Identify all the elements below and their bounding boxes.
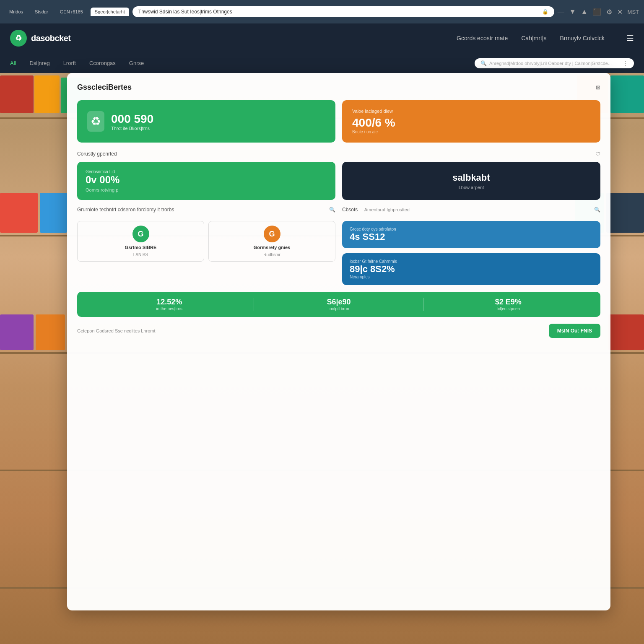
wifi-icon: ▲ bbox=[581, 8, 588, 16]
section3-sublabel: Amentaral Ighprostted bbox=[364, 207, 410, 212]
rs-value-2: 89|c 8S2% bbox=[350, 264, 593, 275]
logo-circle-1: G bbox=[132, 226, 149, 242]
browser-tab-3[interactable]: GEN r6165 bbox=[56, 8, 87, 16]
settings-icon[interactable]: ⚙ bbox=[606, 8, 612, 16]
address-icon: 🔒 bbox=[542, 9, 548, 15]
modal-close-button[interactable]: ⊠ bbox=[596, 84, 600, 91]
logo-items-section: G Gsrtmo SIBRE LANIBS G Gormsrety gnies … bbox=[77, 221, 335, 285]
mst-icon: MST bbox=[628, 9, 639, 15]
browser-address-bar[interactable]: Thwswid Sdsin las Sut Ieos|trims Otnnges… bbox=[132, 6, 554, 17]
section3-search-icon[interactable]: 🔍 bbox=[594, 207, 600, 213]
mid-value-2: salbkabt bbox=[452, 172, 490, 183]
logo-name-2: Gormsrety gnies bbox=[254, 245, 290, 250]
logo-item-2: G Gormsrety gnies Rudhsmr bbox=[208, 221, 335, 262]
search-options-icon[interactable]: ⋮ bbox=[623, 60, 628, 66]
secondary-navbar: All Dsi|nreg Lrorft Ccorongas Gnrse 🔍 An… bbox=[0, 53, 644, 73]
app-navbar: ♻ dasobcket Gcords ecostr mate Cah|mrt|s… bbox=[0, 23, 644, 53]
bs-label-1: in the bes|trns bbox=[90, 306, 249, 311]
logo-symbol: ♻ bbox=[15, 34, 22, 43]
mid-label-2: Lbow arpent bbox=[452, 185, 490, 190]
stat-sublabel: Bnole / on ale bbox=[352, 130, 395, 134]
rs-label-2: locbsr Gt faltne Cahrnmls bbox=[350, 259, 593, 264]
stat-cards-row: ♻ 000 590 Thrct ite Bkors|trns Valoe lac… bbox=[77, 100, 600, 143]
shelf-item bbox=[40, 193, 67, 233]
window-icon[interactable]: ▼ bbox=[569, 8, 576, 16]
tab-label: Sgeor|chetarht bbox=[95, 9, 125, 14]
nav-item-label: Ccorongas bbox=[89, 60, 116, 66]
browser-tab-1[interactable]: Mridos bbox=[5, 8, 27, 16]
nav-item-label: Dsi|nreg bbox=[29, 60, 49, 66]
logo-item-1: G Gsrtmo SIBRE LANIBS bbox=[77, 221, 204, 262]
right-stat-card-2: locbsr Gt faltne Cahrnmls 89|c 8S2% Ncra… bbox=[342, 253, 600, 285]
section-labels-row: Grurnlote techntrt cdseron forclomy it t… bbox=[77, 207, 600, 218]
mid-label: Oomrs rotving p bbox=[86, 187, 327, 192]
section3-label: Cbsots Amentaral Ighprostted 🔍 bbox=[342, 207, 600, 213]
section1-icon: 🛡 bbox=[595, 151, 600, 157]
bottom-stat-1: 12.52% in the bes|trns bbox=[85, 298, 254, 311]
search-icon: 🔍 bbox=[480, 60, 487, 66]
section1-label: Corustly gpenrted 🛡 bbox=[77, 151, 600, 157]
card-icon-symbol: ♻ bbox=[91, 115, 101, 128]
browser-controls: — ▼ ▲ ⬛ ⚙ ✕ MST bbox=[558, 8, 639, 16]
app-name: dasobcket bbox=[31, 34, 70, 43]
tab-label: Stsdgr bbox=[35, 9, 48, 14]
stat-value: 000 590 bbox=[111, 112, 153, 126]
mid-cards-row: Gerlosnrtica Lid 0v 00% Oomrs rotving p … bbox=[77, 162, 600, 200]
action-button[interactable]: MsIN Ou: FNIS bbox=[549, 324, 600, 338]
section2-search-icon[interactable]: 🔍 bbox=[329, 207, 335, 213]
nav-link-1[interactable]: Gcords ecostr mate bbox=[457, 35, 508, 42]
close-icon[interactable]: ✕ bbox=[617, 8, 623, 16]
nav-item-label: All bbox=[10, 60, 16, 66]
app-logo: ♻ dasobcket bbox=[10, 30, 70, 47]
tab-label: GEN r6165 bbox=[60, 9, 83, 14]
logo-sub-2: Rudhsmr bbox=[263, 252, 280, 257]
nav-link-3[interactable]: Brmuylv Colvclck bbox=[560, 35, 605, 42]
search-text: Anregnsd|Mrdoo ohrvoly|Lril Oaboer dty |… bbox=[489, 61, 621, 66]
bs-value-3: $2 E9% bbox=[429, 298, 588, 306]
logo-icon: ♻ bbox=[10, 30, 27, 47]
mid-value: 0v 00% bbox=[86, 174, 327, 186]
bs-label-2: tnolptl bron bbox=[259, 306, 418, 311]
secondary-nav-1[interactable]: Dsi|nreg bbox=[29, 60, 49, 66]
browser-bar: Mridos Stsdgr GEN r6165 Sgeor|chetarht T… bbox=[0, 0, 644, 23]
shelf-item bbox=[608, 314, 644, 350]
stat-card-icon: ♻ bbox=[87, 111, 104, 132]
stat-value-2: 400/6 % bbox=[352, 116, 395, 130]
modal-title: GsscleciBertes bbox=[77, 83, 132, 92]
secondary-nav-3[interactable]: Ccorongas bbox=[89, 60, 116, 66]
nav-item-label: Lrorft bbox=[63, 60, 76, 66]
hamburger-menu[interactable]: ☰ bbox=[626, 33, 634, 43]
modal-footer: Gctepon Godsred Sse ncqiites Lnromt MsIN… bbox=[77, 324, 600, 338]
shelf-item bbox=[0, 193, 38, 233]
section1-text: Corustly gpenrted bbox=[77, 151, 117, 157]
secondary-nav-all[interactable]: All bbox=[10, 60, 16, 66]
secondary-nav-2[interactable]: Lrorft bbox=[63, 60, 76, 66]
bottom-stats-row: 12.52% in the bes|trns S6|e90 tnolptl br… bbox=[77, 292, 600, 317]
nav-links: Gcords ecostr mate Cah|mrt|s Brmuylv Col… bbox=[457, 33, 634, 43]
stat-card-data: 000 590 Thrct ite Bkors|trns bbox=[111, 112, 153, 131]
mid-card-navy: salbkabt Lbow arpent bbox=[342, 162, 600, 200]
nav-item-label: Gnrse bbox=[129, 60, 144, 66]
close-label: ⊠ bbox=[596, 84, 600, 91]
secondary-nav-4[interactable]: Gnrse bbox=[129, 60, 144, 66]
stat-label: Thrct ite Bkors|trns bbox=[111, 126, 153, 131]
shelf-item bbox=[36, 314, 65, 350]
secondary-search-bar[interactable]: 🔍 Anregnsd|Mrdoo ohrvoly|Lril Oaboer dty… bbox=[475, 58, 634, 68]
battery-icon: ⬛ bbox=[593, 8, 601, 16]
shelf-item bbox=[34, 75, 60, 113]
browser-tab-2[interactable]: Stsdgr bbox=[31, 8, 52, 16]
browser-tab-4[interactable]: Sgeor|chetarht bbox=[91, 8, 129, 16]
logo-grid: G Gsrtmo SIBRE LANIBS G Gormsrety gnies … bbox=[77, 221, 335, 262]
modal-panel: GsscleciBertes ⊠ ♻ 000 590 Thrct ite Bko… bbox=[67, 73, 610, 610]
bs-value-2: S6|e90 bbox=[259, 298, 418, 306]
section2-container: Grurnlote techntrt cdseron forclomy it t… bbox=[77, 207, 335, 218]
bottom-stat-2: S6|e90 tnolptl bron bbox=[254, 298, 423, 311]
section3-text: Cbsots bbox=[342, 207, 358, 213]
window-minimize[interactable]: — bbox=[558, 8, 564, 16]
section3-container: Cbsots Amentaral Ighprostted 🔍 bbox=[342, 207, 600, 218]
bs-label-3: tcl|ec stpcen bbox=[429, 306, 588, 311]
nav-link-2[interactable]: Cah|mrt|s bbox=[521, 35, 546, 42]
tab-label: Mridos bbox=[9, 9, 23, 14]
stat-card-orange: Valoe laclaged dlew 400/6 % Bnole / on a… bbox=[342, 100, 600, 143]
stat-card-data-2: Valoe laclaged dlew 400/6 % Bnole / on a… bbox=[352, 109, 395, 134]
